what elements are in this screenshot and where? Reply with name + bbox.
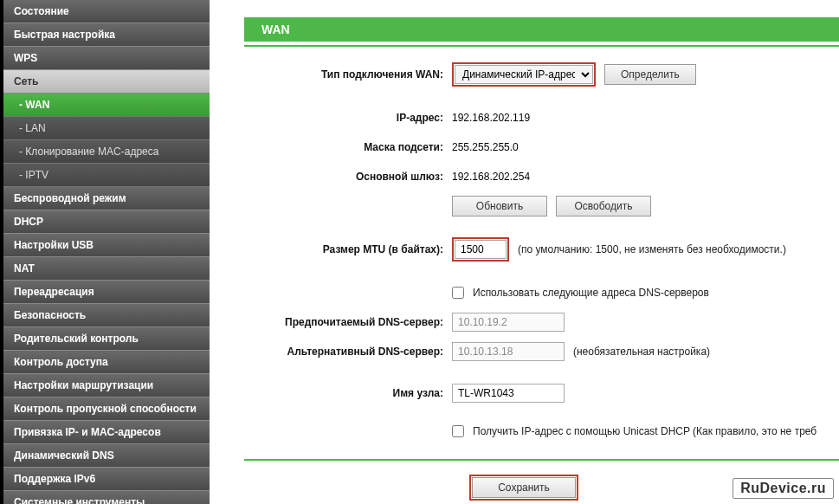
unicast-checkbox[interactable]: [452, 425, 464, 437]
divider-bottom: [244, 459, 839, 461]
gateway-label: Основной шлюз:: [244, 171, 452, 183]
gateway-value: 192.168.202.254: [452, 171, 530, 183]
nav-usb[interactable]: Настройки USB: [3, 234, 210, 257]
nav-dhcp[interactable]: DHCP: [3, 210, 210, 234]
nav-iptv[interactable]: - IPTV: [3, 164, 210, 187]
renew-button[interactable]: Обновить: [452, 196, 547, 216]
nav-wireless[interactable]: Беспроводной режим: [3, 187, 210, 210]
nav-wan[interactable]: - WAN: [3, 94, 210, 117]
nav-mac-clone[interactable]: - Клонирование MAC-адреса: [3, 140, 210, 164]
hostname-label: Имя узла:: [244, 387, 452, 399]
sidebar: Состояние Быстрая настройка WPS Сеть - W…: [0, 0, 210, 504]
nav-bandwidth[interactable]: Контроль пропускной способности: [3, 397, 210, 421]
main-content: WAN Тип подключения WAN: Динамический IP…: [210, 0, 839, 504]
ip-label: IP-адрес:: [244, 112, 452, 124]
nav-quick-setup[interactable]: Быстрая настройка: [3, 23, 210, 47]
conn-type-label: Тип подключения WAN:: [244, 68, 452, 81]
nav-forwarding[interactable]: Переадресация: [3, 281, 210, 304]
use-dns-checkbox[interactable]: [452, 287, 464, 299]
dns2-hint: (необязательная настройка): [573, 346, 710, 358]
nav-nat[interactable]: NAT: [3, 257, 210, 281]
hostname-input[interactable]: [452, 384, 565, 403]
nav-lan[interactable]: - LAN: [3, 117, 210, 140]
nav-system-tools[interactable]: Системные инструменты: [3, 491, 210, 504]
divider: [244, 45, 839, 47]
watermark: RuDevice.ru: [733, 478, 834, 499]
detect-button[interactable]: Определить: [604, 64, 696, 85]
mtu-label: Размер MTU (в байтах):: [244, 243, 452, 255]
mtu-hint: (по умолчанию: 1500, не изменять без нео…: [518, 243, 786, 255]
ip-value: 192.168.202.119: [452, 112, 530, 124]
dns1-input[interactable]: [452, 313, 565, 332]
mask-label: Маска подсети:: [244, 141, 452, 153]
unicast-label: Получить IP-адрес с помощью Unicast DHCP…: [473, 425, 816, 437]
nav-ip-mac-binding[interactable]: Привязка IP- и MAC-адресов: [3, 421, 210, 444]
nav-access-control[interactable]: Контроль доступа: [3, 351, 210, 374]
page-title: WAN: [244, 17, 839, 42]
nav-network[interactable]: Сеть: [3, 70, 210, 94]
nav-ddns[interactable]: Динамический DNS: [3, 444, 210, 468]
mtu-input[interactable]: [455, 240, 507, 259]
save-button[interactable]: Сохранить: [472, 477, 576, 498]
nav-status[interactable]: Состояние: [3, 0, 210, 23]
nav-routing[interactable]: Настройки маршрутизации: [3, 374, 210, 397]
release-button[interactable]: Освободить: [556, 196, 651, 216]
nav-parental[interactable]: Родительский контроль: [3, 327, 210, 351]
nav-ipv6[interactable]: Поддержка IPv6: [3, 468, 210, 491]
mask-value: 255.255.255.0: [452, 141, 519, 153]
dns2-label: Альтернативный DNS-сервер:: [244, 346, 452, 358]
dns1-label: Предпочитаемый DNS-сервер:: [244, 316, 452, 328]
nav-security[interactable]: Безопасность: [3, 304, 210, 327]
use-dns-label: Использовать следующие адреса DNS-сервер…: [473, 287, 709, 299]
nav-wps[interactable]: WPS: [3, 47, 210, 70]
conn-type-select[interactable]: Динамический IP-адрес: [455, 65, 593, 84]
dns2-input[interactable]: [452, 342, 565, 361]
